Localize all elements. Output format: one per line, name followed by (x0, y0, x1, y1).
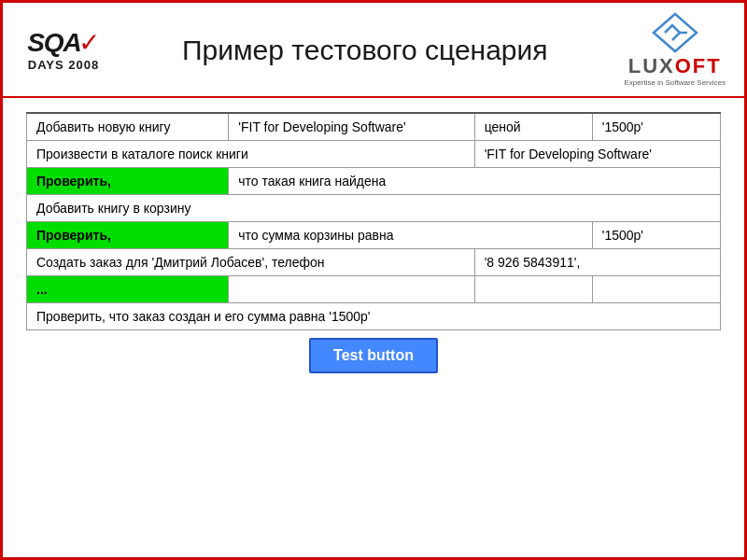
cell: Добавить новую книгу (27, 113, 229, 141)
sqa-logo: SQA ✓ DAYS 2008 (21, 27, 106, 72)
cell-check: Проверить, (27, 168, 229, 195)
cell: '1500р' (592, 222, 720, 249)
svg-marker-0 (654, 14, 697, 51)
sqa-days: DAYS 2008 (28, 58, 99, 72)
slide: SQA ✓ DAYS 2008 Пример тестового сценари… (0, 0, 747, 560)
cell: Произвести в каталоге поиск книги (27, 141, 475, 168)
cell: 'FIT for Developing Software' (229, 113, 474, 141)
table-row: Проверить, что такая книга найдена (27, 168, 721, 195)
cell: что такая книга найдена (229, 168, 721, 195)
cell-check: Проверить, (27, 222, 229, 249)
luxoft-tagline: Expertise in Software Services (625, 78, 726, 87)
table-row: Создать заказ для 'Дмитрий Лобасев', тел… (27, 249, 721, 276)
scenario-table: Добавить новую книгу 'FIT for Developing… (26, 112, 721, 330)
table-row: Добавить новую книгу 'FIT for Developing… (27, 113, 721, 141)
cell: Проверить, что заказ создан и его сумма … (27, 303, 721, 330)
cell: Добавить книгу в корзину (27, 195, 721, 222)
button-row: Test button (26, 338, 721, 378)
main-content: Добавить новую книгу 'FIT for Developing… (3, 98, 744, 557)
table-row: Добавить книгу в корзину (27, 195, 721, 222)
cell: Создать заказ для 'Дмитрий Лобасев', тел… (27, 249, 475, 276)
luxoft-logo: LUXOFT Expertise in Software Services (625, 12, 726, 87)
cell: 'FIT for Developing Software' (474, 141, 720, 168)
table-row: ... (27, 276, 721, 303)
luxoft-diamond-icon (652, 12, 698, 54)
sqa-bird-icon: ✓ (78, 27, 100, 58)
table-row: Проверить, что заказ создан и его сумма … (27, 303, 721, 330)
luxoft-name: LUXOFT (628, 54, 722, 78)
cell: что сумма корзины равна (229, 222, 592, 249)
table-row: Произвести в каталоге поиск книги 'FIT f… (27, 141, 721, 168)
page-title: Пример тестового сценария (106, 32, 625, 68)
cell-dots: ... (27, 276, 229, 303)
test-button[interactable]: Test button (309, 338, 438, 373)
cell: '8 926 5843911', (474, 249, 720, 276)
cell (592, 276, 720, 303)
cell: ценой (474, 113, 592, 141)
header: SQA ✓ DAYS 2008 Пример тестового сценари… (3, 3, 744, 98)
table-row: Проверить, что сумма корзины равна '1500… (27, 222, 721, 249)
cell: '1500р' (592, 113, 720, 141)
cell (229, 276, 474, 303)
cell (474, 276, 592, 303)
sqa-text: SQA (27, 28, 81, 58)
